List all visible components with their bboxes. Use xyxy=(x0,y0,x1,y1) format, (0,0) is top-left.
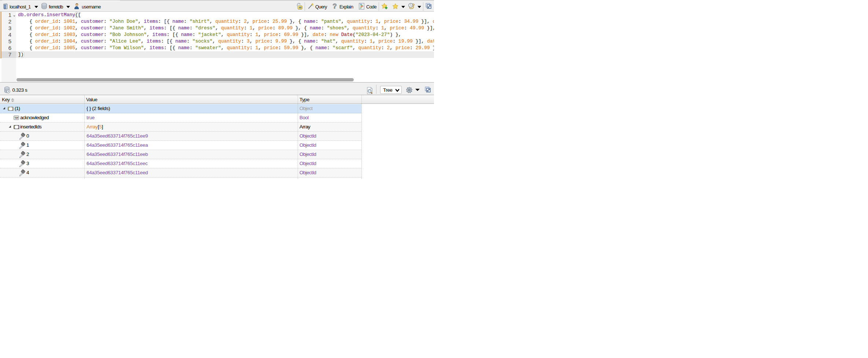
svg-text:T/F: T/F xyxy=(14,116,18,120)
svg-text:[ ]: [ ] xyxy=(14,125,19,129)
svg-text:?: ? xyxy=(332,3,337,10)
svg-text:{ }: { } xyxy=(8,107,13,111)
